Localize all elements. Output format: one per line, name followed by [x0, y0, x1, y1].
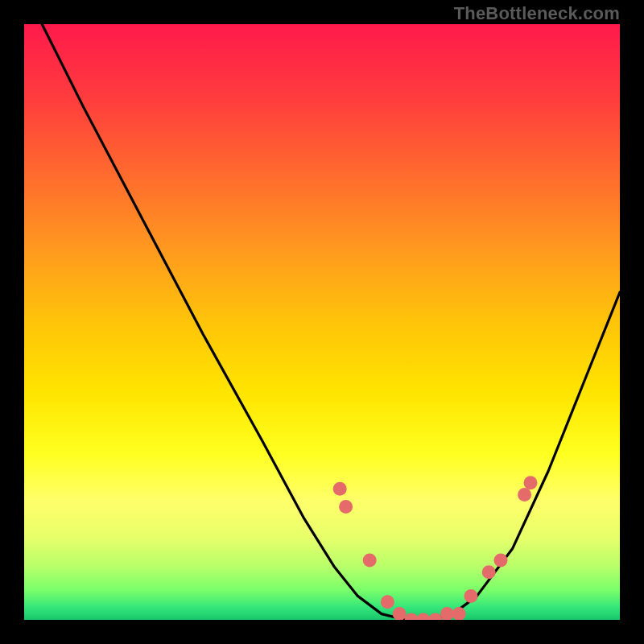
curve-marker	[482, 565, 496, 579]
curve-marker	[518, 488, 531, 502]
curve-marker	[363, 554, 377, 568]
curve-marker	[524, 476, 538, 489]
curve-marker	[464, 589, 478, 603]
bottleneck-curve	[42, 24, 620, 620]
curve-marker	[452, 607, 466, 620]
curve-marker	[333, 482, 347, 496]
attribution-text: TheBottleneck.com	[454, 3, 620, 24]
curve-marker	[393, 607, 407, 620]
curve-marker	[339, 500, 353, 514]
curve-marker	[428, 613, 442, 621]
curve-marker	[405, 613, 419, 621]
curve-marker	[440, 607, 454, 620]
curve-marker	[381, 595, 394, 609]
curve-marker	[416, 613, 430, 621]
chart-svg	[24, 24, 620, 620]
curve-markers	[333, 476, 538, 620]
plot-area	[24, 24, 620, 620]
curve-marker	[494, 554, 508, 568]
chart-frame: TheBottleneck.com	[0, 0, 644, 644]
